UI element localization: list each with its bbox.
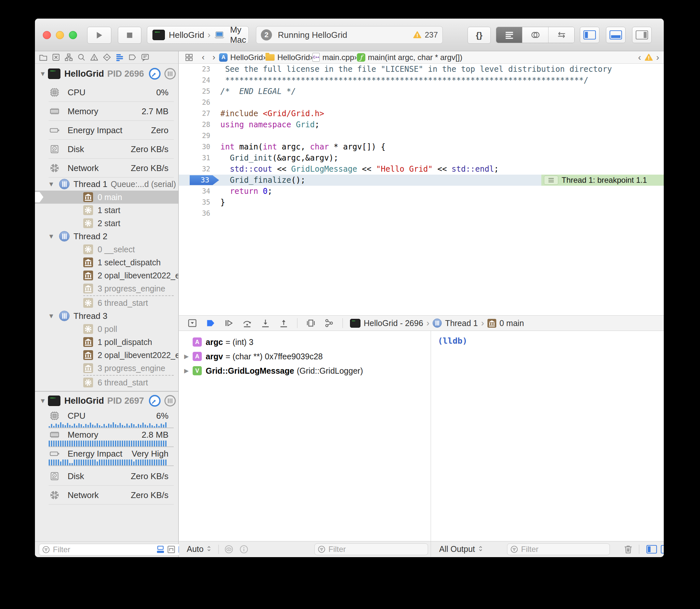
chevron-up-down-icon[interactable]	[205, 545, 212, 554]
disclosure-triangle-icon[interactable]: ▶	[184, 367, 193, 375]
debug-frame-label[interactable]: 0 main	[499, 318, 524, 328]
stat-row[interactable]: Memory 2.8 MB	[35, 429, 178, 448]
step-over-button[interactable]	[242, 318, 252, 328]
line-number[interactable]: 27	[202, 108, 210, 119]
thread-row[interactable]: ▼ Thread 2	[35, 230, 178, 243]
gutter[interactable]: 26	[179, 97, 215, 108]
stack-frame-row[interactable]: 0 main	[35, 191, 178, 204]
test-navigator-tab[interactable]	[103, 53, 111, 62]
debug-view-hierarchy-button[interactable]	[306, 318, 316, 328]
frames-with-source-toggle-icon[interactable]	[167, 545, 176, 554]
stack-frame-row[interactable]: 2 start	[35, 217, 178, 230]
line-number[interactable]: 25	[202, 86, 210, 97]
chevron-up-down-icon[interactable]	[477, 545, 484, 554]
stat-row[interactable]: Memory 2.7 MB	[35, 102, 178, 121]
disclosure-triangle-icon[interactable]: ▼	[48, 233, 56, 240]
toggle-navigator-button[interactable]	[580, 27, 599, 43]
find-navigator-tab[interactable]	[77, 53, 86, 62]
navigator-filter-field[interactable]	[39, 544, 189, 556]
breadcrumb-item[interactable]: AHelloGrid	[219, 53, 263, 62]
variables-filter-input[interactable]	[328, 545, 425, 554]
stat-row[interactable]: CPU 6%	[35, 410, 178, 429]
line-number[interactable]: 34	[202, 186, 210, 197]
memory-graph-button[interactable]	[324, 318, 334, 328]
console-filter-input[interactable]	[521, 545, 607, 554]
show-variables-view-button[interactable]	[646, 545, 657, 554]
warning-count[interactable]: 237	[425, 30, 438, 39]
line-number[interactable]: 24	[202, 75, 210, 86]
project-navigator-tab[interactable]	[39, 53, 48, 62]
gutter[interactable]: 35	[179, 197, 215, 208]
console[interactable]: (lldb)	[431, 331, 664, 541]
line-number[interactable]: 36	[202, 208, 210, 219]
version-editor-button[interactable]	[548, 27, 574, 43]
related-items-icon[interactable]	[185, 53, 193, 62]
flatten-list-toggle-icon[interactable]	[156, 545, 165, 554]
gutter[interactable]: 34	[179, 186, 215, 197]
stack-frame-row[interactable]: 3 progress_engine	[35, 362, 178, 375]
stat-row[interactable]: Disk Zero KB/s	[35, 140, 178, 159]
line-number[interactable]: 35	[202, 197, 210, 208]
thread-row[interactable]: ▼ Thread 1 Queue:...d (serial)	[35, 177, 178, 191]
stack-frame-row[interactable]: 3 progress_engine	[35, 282, 178, 295]
standard-editor-button[interactable]	[496, 27, 522, 43]
variables-scope-select[interactable]: Auto	[187, 544, 203, 554]
assistant-editor-button[interactable]	[522, 27, 548, 43]
gutter[interactable]: 25	[179, 86, 215, 97]
navigator-filter-input[interactable]	[53, 545, 154, 554]
line-number[interactable]: 23	[202, 64, 210, 75]
disclosure-triangle-icon[interactable]: ▶	[184, 353, 193, 360]
gutter[interactable]: 29	[179, 130, 215, 141]
annotation-menu-icon[interactable]	[544, 176, 558, 185]
stack-frame-row[interactable]: 1 start	[35, 204, 178, 217]
gutter[interactable]: 33	[179, 175, 215, 186]
clear-console-button[interactable]	[623, 544, 633, 555]
minimize-window-button[interactable]	[56, 31, 64, 39]
line-number[interactable]: 29	[202, 130, 210, 141]
run-button[interactable]	[87, 27, 111, 44]
toggle-debug-area-button[interactable]	[606, 27, 626, 43]
breakpoints-enabled-button[interactable]	[206, 318, 216, 328]
stack-frame-row[interactable]: 2 opal_libevent2022_ev…	[35, 269, 178, 282]
previous-issue-button[interactable]: ‹	[638, 52, 641, 63]
continue-execution-button[interactable]	[224, 318, 234, 328]
process-header[interactable]: ▼ HelloGrid PID 2697	[35, 392, 178, 410]
stat-row[interactable]: CPU 0%	[35, 83, 178, 102]
stack-frame-row[interactable]: 0 poll	[35, 323, 178, 335]
variable-row[interactable]: A argc = (int) 3	[179, 335, 431, 349]
gutter[interactable]: 24	[179, 75, 215, 86]
stat-row[interactable]: Network Zero KB/s	[35, 159, 178, 177]
stack-frame-row[interactable]: 2 opal_libevent2022_ev…	[35, 349, 178, 362]
debug-thread-label[interactable]: Thread 1	[445, 318, 478, 328]
stack-frame-row[interactable]: 1 select_dispatch	[35, 256, 178, 269]
gauge-button[interactable]	[149, 395, 161, 407]
debug-navigator-tab[interactable]	[115, 53, 124, 62]
variable-row[interactable]: ▶ A argv = (char **) 0x7ffee9039c28	[179, 349, 431, 364]
symbol-navigator-tab[interactable]	[64, 53, 73, 62]
next-issue-button[interactable]: ›	[656, 52, 659, 63]
disclosure-triangle-icon[interactable]: ▼	[48, 312, 56, 320]
line-number[interactable]: 31	[202, 152, 210, 163]
stack-frame-row[interactable]: 6 thread_start	[35, 376, 178, 389]
gutter[interactable]: 36	[179, 208, 215, 219]
stop-button[interactable]	[118, 27, 141, 44]
gutter[interactable]: 31	[179, 152, 215, 163]
breadcrumb-item[interactable]: ƒmain(int argc, char * argv[])	[357, 53, 462, 62]
step-into-button[interactable]	[260, 318, 270, 328]
source-editor[interactable]: 23 See the full license in the file "LIC…	[179, 64, 664, 315]
variables-filter-field[interactable]	[314, 543, 428, 555]
gutter[interactable]: 28	[179, 119, 215, 130]
breakpoint-navigator-tab[interactable]	[128, 53, 137, 62]
step-out-button[interactable]	[279, 318, 289, 328]
gutter[interactable]: 30	[179, 141, 215, 152]
breakpoint-annotation[interactable]: Thread 1: breakpoint 1.1	[541, 175, 664, 186]
pause-columns-button[interactable]	[164, 395, 176, 407]
close-window-button[interactable]	[43, 31, 51, 39]
report-navigator-tab[interactable]	[141, 53, 150, 62]
gauge-button[interactable]	[149, 68, 161, 80]
disclosure-triangle-icon[interactable]: ▼	[39, 70, 48, 78]
pause-columns-button[interactable]	[164, 68, 176, 80]
code-snippet-button[interactable]: {}	[467, 27, 491, 44]
breakpoint-marker[interactable]: 33	[190, 175, 219, 185]
source-control-navigator-tab[interactable]	[52, 53, 61, 62]
